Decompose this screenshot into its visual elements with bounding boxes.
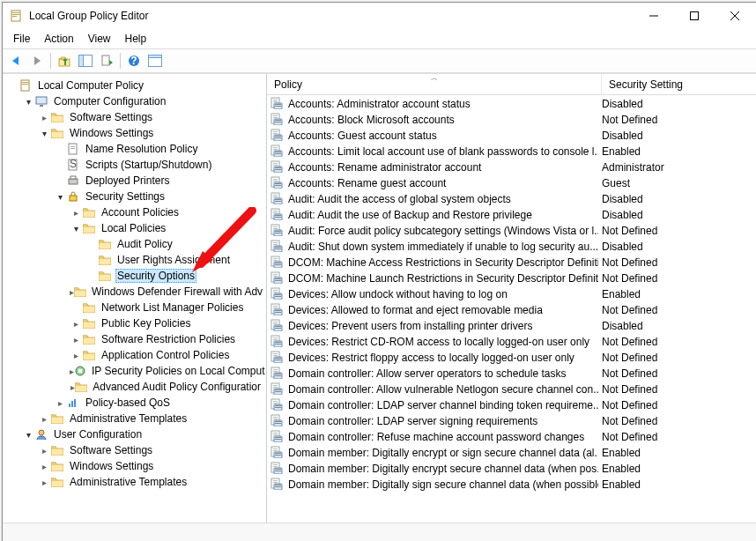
policy-icon (271, 446, 285, 461)
tree-item[interactable]: ▸Local Computer Policy (6, 78, 263, 93)
policy-row[interactable]: Accounts: Block Microsoft accountsNot De… (267, 112, 756, 128)
svg-rect-139 (273, 260, 278, 261)
policy-row[interactable]: Domain member: Digitally sign secure cha… (267, 477, 756, 493)
folder-icon (50, 412, 64, 425)
svg-rect-109 (273, 181, 278, 182)
maximize-button[interactable] (674, 3, 715, 29)
policy-row[interactable]: Devices: Allow undock without having to … (267, 286, 756, 302)
policy-row[interactable]: DCOM: Machine Launch Restrictions in Sec… (267, 270, 756, 286)
show-hide-tree-button[interactable] (76, 51, 95, 70)
tree-item[interactable]: ▸Audit Policy (6, 236, 263, 252)
expand-icon[interactable]: ▸ (38, 446, 50, 456)
expand-icon[interactable]: ▸ (38, 113, 50, 122)
tree-item[interactable]: ▾Computer Configuration (6, 93, 263, 109)
expand-icon[interactable]: ▸ (38, 414, 50, 424)
tree-item[interactable]: ▸Deployed Printers (6, 173, 263, 189)
policy-row[interactable]: Domain controller: LDAP server channel b… (267, 397, 756, 413)
policy-row[interactable]: Audit: Audit the access of global system… (267, 191, 756, 207)
svg-rect-99 (275, 152, 281, 152)
export-button[interactable] (97, 51, 116, 70)
expand-icon[interactable]: ▸ (70, 351, 82, 360)
minimize-button[interactable] (634, 3, 674, 29)
tree-item[interactable]: ▸Policy-based QoS (6, 395, 263, 411)
column-policy[interactable]: Policy︿ (267, 74, 602, 94)
tree-pane[interactable]: ▸Local Computer Policy▾Computer Configur… (3, 74, 267, 522)
expand-icon[interactable]: ▸ (70, 335, 82, 345)
column-setting[interactable]: Security Setting (602, 74, 756, 94)
tree-item[interactable]: ▸Administrative Templates (6, 411, 263, 426)
tree-item-label: Audit Policy (115, 238, 174, 250)
tree-item[interactable]: ▸Application Control Policies (6, 347, 263, 363)
up-button[interactable] (55, 51, 74, 70)
policy-row[interactable]: Audit: Shut down system immediately if u… (267, 239, 756, 255)
tree-item[interactable]: ▸Security Options (6, 268, 263, 284)
policy-row[interactable]: Audit: Force audit policy subcategory se… (267, 223, 756, 239)
collapse-icon[interactable]: ▾ (38, 129, 50, 138)
tree-item[interactable]: ▸Administrative Templates (6, 474, 263, 490)
policy-row[interactable]: DCOM: Machine Access Restrictions in Sec… (267, 255, 756, 270)
tree-item[interactable]: ▸IP Security Policies on Local Comput (6, 363, 263, 379)
menu-view[interactable]: View (81, 31, 118, 47)
svg-marker-27 (51, 114, 56, 115)
policy-row[interactable]: Devices: Restrict floppy access to local… (267, 350, 756, 366)
tree-item-label: Administrative Templates (68, 476, 189, 488)
policy-row[interactable]: Devices: Prevent users from installing p… (267, 318, 756, 334)
policy-row[interactable]: Accounts: Limit local account use of bla… (267, 144, 756, 159)
svg-rect-135 (275, 247, 281, 248)
tree-item[interactable]: ▸Name Resolution Policy (6, 141, 263, 157)
collapse-icon[interactable]: ▾ (22, 97, 34, 107)
svg-rect-181 (273, 371, 278, 372)
tree-item[interactable]: ▸Software Settings (6, 109, 263, 125)
tree-item[interactable]: ▸Account Policies (6, 204, 263, 220)
expand-icon[interactable]: ▸ (38, 462, 50, 471)
expand-icon[interactable]: ▸ (54, 398, 66, 408)
help-button[interactable]: ? (124, 51, 144, 70)
policy-row[interactable]: Accounts: Rename guest accountGuest (267, 175, 756, 191)
tree-item[interactable]: ▸Advanced Audit Policy Configuratior (6, 379, 263, 395)
tree-item[interactable]: ▸SScripts (Startup/Shutdown) (6, 157, 263, 173)
close-button[interactable] (715, 3, 755, 29)
expand-icon[interactable]: ▸ (38, 478, 50, 487)
menu-file[interactable]: File (6, 31, 37, 47)
refresh-button[interactable] (145, 51, 165, 70)
tree-item[interactable]: ▾Local Policies (6, 220, 263, 236)
expand-icon[interactable]: ▸ (70, 319, 82, 329)
tree-item[interactable]: ▾Windows Settings (6, 125, 263, 141)
collapse-icon[interactable]: ▾ (70, 224, 82, 233)
policy-row[interactable]: Domain controller: Refuse machine accoun… (267, 429, 756, 445)
forward-button[interactable] (27, 51, 47, 70)
policy-row[interactable]: Accounts: Rename administrator accountAd… (267, 159, 756, 175)
collapse-icon[interactable]: ▾ (22, 430, 34, 440)
tree-item[interactable]: ▸User Rights Assignment (6, 252, 263, 268)
policy-row[interactable]: Devices: Restrict CD-ROM access to local… (267, 334, 756, 350)
policy-row[interactable]: Devices: Allowed to format and eject rem… (267, 302, 756, 318)
tree-item[interactable]: ▾Security Settings (6, 189, 263, 204)
policy-row[interactable]: Domain member: Digitally encrypt or sign… (267, 445, 756, 461)
collapse-icon[interactable]: ▾ (54, 192, 66, 202)
svg-rect-121 (273, 212, 278, 213)
tree-item[interactable]: ▾User Configuration (6, 426, 263, 442)
policy-row[interactable]: Audit: Audit the use of Backup and Resto… (267, 207, 756, 223)
expand-icon[interactable]: ▸ (70, 208, 82, 218)
back-button[interactable] (6, 51, 26, 70)
policy-row[interactable]: Accounts: Administrator account statusDi… (267, 96, 756, 112)
policy-icon (271, 303, 285, 318)
policy-row[interactable]: Domain member: Digitally encrypt secure … (267, 461, 756, 477)
policy-setting: Not Defined (598, 415, 753, 427)
tree-item[interactable]: ▸Software Settings (6, 442, 263, 458)
tree-item[interactable]: ▸Public Key Policies (6, 315, 263, 331)
policy-row[interactable]: Domain controller: LDAP server signing r… (267, 413, 756, 429)
menu-action[interactable]: Action (37, 31, 80, 47)
policy-row[interactable]: Domain controller: Allow server operator… (267, 366, 756, 382)
tree-item[interactable]: ▸Software Restriction Policies (6, 331, 263, 347)
tree-item[interactable]: ▸Windows Settings (6, 458, 263, 474)
svg-rect-162 (273, 322, 278, 322)
policy-list[interactable]: Accounts: Administrator account statusDi… (267, 95, 756, 522)
svg-rect-59 (78, 369, 82, 373)
tree-item[interactable]: ▸Windows Defender Firewall with Adv (6, 284, 263, 300)
tree-item[interactable]: ▸Network List Manager Policies (6, 300, 263, 315)
policy-row[interactable]: Domain controller: Allow vulnerable Netl… (267, 382, 756, 397)
svg-text:?: ? (130, 55, 137, 67)
policy-row[interactable]: Accounts: Guest account statusDisabled (267, 128, 756, 144)
menu-help[interactable]: Help (118, 31, 154, 47)
